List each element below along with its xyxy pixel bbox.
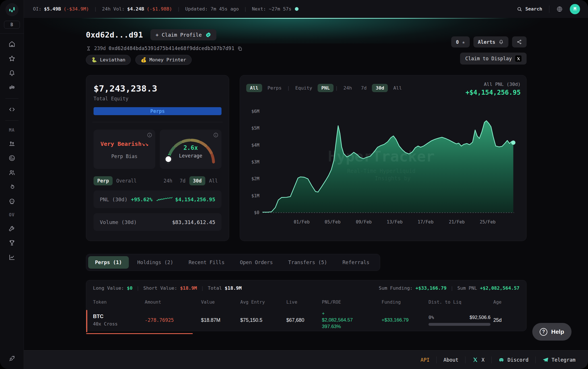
chart-tab-pnl[interactable]: PNL — [318, 84, 334, 92]
search-label: Search — [525, 6, 542, 12]
period-tab-all[interactable]: All — [205, 176, 221, 185]
sidebar-section-ma: MA — [9, 128, 15, 133]
trophy-icon — [8, 239, 16, 246]
tab-transfers-5[interactable]: Transfers (5) — [281, 256, 334, 269]
tab-open-orders[interactable]: Open Orders — [233, 256, 280, 269]
app-logo[interactable] — [5, 3, 18, 16]
sidebar-item-star[interactable] — [8, 55, 16, 62]
tab-perps-1[interactable]: Perps (1) — [88, 256, 129, 269]
svg-text:13/Feb: 13/Feb — [387, 219, 403, 225]
pnl-area-chart[interactable]: HyperTrackerReal-Time HyperliquidInsight… — [246, 98, 521, 231]
svg-text:$6M: $6M — [251, 109, 259, 114]
sidebar-item-chart-dots[interactable] — [8, 140, 16, 147]
chart-legend-value: +$4,154,256.95 — [465, 89, 521, 96]
line-chart-icon — [8, 254, 16, 261]
language-button[interactable] — [556, 6, 563, 13]
perp-bias-value: Very Bearish↘↘ — [94, 140, 155, 147]
search-button[interactable]: Search — [517, 6, 542, 12]
claim-to-display-label: Claim to Display — [465, 56, 512, 61]
sidebar-item-target[interactable] — [8, 154, 16, 162]
alerts-label: Alerts — [478, 39, 495, 45]
chart-tab-30d[interactable]: 30d — [372, 84, 388, 92]
token-symbol: BTC — [93, 314, 145, 320]
positions-table-card: Long Value: $0 | Short Value: $18.9M | T… — [86, 280, 527, 331]
sidebar-item-connection[interactable] — [8, 355, 16, 362]
sidebar-item-skull[interactable] — [8, 198, 16, 205]
pnl-label: PNL (30d) — [100, 196, 128, 202]
sidebar-item-users[interactable] — [8, 169, 16, 176]
sidebar-item-wrench[interactable] — [8, 225, 16, 232]
chart-tab-all[interactable]: All — [246, 84, 262, 92]
sidebar-item-code[interactable] — [8, 106, 16, 113]
liq-percent: 0% — [428, 315, 434, 320]
sidebar-item-trophy[interactable] — [8, 239, 16, 246]
chart-tab-equity[interactable]: Equity — [291, 84, 316, 92]
top-glow-line — [80, 18, 509, 19]
perps-allocation-bar[interactable]: Perps — [94, 107, 221, 115]
footer-link-label: Discord — [508, 357, 529, 363]
sidebar-item-bell[interactable] — [8, 69, 16, 77]
chart-tab-7d[interactable]: 7d — [357, 84, 370, 92]
oi-value: $5.49B — [44, 6, 61, 12]
profile-badge-money-printer[interactable]: 💰 Money Printer — [135, 55, 192, 65]
footer-link-telegram[interactable]: Telegram — [543, 357, 575, 363]
vol-value: $4.24B — [127, 6, 144, 12]
claim-profile-label: + Claim Profile — [156, 32, 202, 38]
star-icon — [8, 55, 16, 62]
chart-tab-all[interactable]: All — [390, 84, 405, 92]
equity-toggles: PerpOverall24h7d30dAll — [94, 176, 221, 185]
app-window: B MAOV OI: $5.49B (-$34.9M) | 24h Vol: $… — [0, 0, 588, 369]
claim-profile-button[interactable]: + Claim Profile — [150, 29, 216, 40]
info-icon[interactable] — [147, 132, 152, 138]
search-icon — [517, 6, 522, 12]
long-value-label: Long Value: — [93, 285, 124, 291]
period-tab-7d[interactable]: 7d — [176, 176, 189, 185]
footer-link-api[interactable]: API — [421, 357, 430, 363]
share-icon — [517, 39, 522, 45]
position-amount: -278.76925 — [145, 317, 201, 323]
sidebar-badge-b[interactable]: B — [4, 21, 20, 29]
target-icon — [8, 154, 16, 162]
chart-tab-24h[interactable]: 24h — [340, 84, 356, 92]
sidebar-item-home[interactable] — [8, 40, 16, 48]
sidebar-item-flame[interactable] — [8, 183, 16, 191]
scope-tab-overall[interactable]: Overall — [113, 176, 140, 185]
footer-link-x[interactable]: X — [472, 357, 485, 363]
tab-holdings-2[interactable]: Holdings (2) — [131, 256, 180, 269]
skull-icon — [8, 198, 16, 205]
sidebar-item-line-chart[interactable] — [8, 254, 16, 261]
oi-label: OI: — [33, 6, 42, 12]
footer-link-discord[interactable]: Discord — [498, 357, 529, 363]
copy-icon[interactable] — [237, 46, 243, 51]
leverage-gauge: 2.6x Leverage — [160, 130, 221, 169]
badge-emoji-icon: 💰 — [141, 57, 147, 63]
period-tab-24h[interactable]: 24h — [160, 176, 176, 185]
svg-text:05/Feb: 05/Feb — [325, 219, 341, 225]
tab-referrals[interactable]: Referrals — [336, 256, 376, 269]
chart-legend: All PNL (30d) +$4,154,256.95 — [465, 82, 521, 96]
pnl-value: $4,154,256.95 — [175, 196, 215, 202]
period-tab-30d[interactable]: 30d — [189, 176, 206, 185]
alerts-button[interactable]: Alerts — [473, 36, 508, 47]
position-dist-to-liq: 0% $92,506.6 — [428, 315, 493, 326]
footer-link-about[interactable]: About — [444, 357, 459, 363]
svg-text:$1M: $1M — [251, 193, 259, 198]
svg-text:$3M: $3M — [251, 159, 259, 165]
claim-to-display-button[interactable]: Claim to Display — [460, 53, 527, 65]
user-avatar[interactable]: M — [570, 4, 580, 14]
column-header-value: Value — [201, 299, 240, 305]
chart-tab-perps[interactable]: Perps — [264, 84, 285, 92]
position-row-btc[interactable]: BTC 40x Cross -278.76925 $18.87M $75,150… — [86, 309, 526, 334]
scope-tab-perp[interactable]: Perp — [94, 176, 113, 185]
short-value: $18.9M — [180, 285, 197, 291]
share-button[interactable] — [512, 36, 527, 47]
help-button[interactable]: ? Help — [532, 323, 572, 341]
star-count-button[interactable]: 0 ★ — [451, 36, 469, 47]
tab-recent-fills[interactable]: Recent Fills — [182, 256, 231, 269]
sidebar-item-candles[interactable] — [8, 84, 16, 91]
svg-text:$4M: $4M — [251, 143, 259, 148]
oi-change: (-$34.9M) — [63, 6, 89, 12]
sidebar-divider — [5, 120, 18, 121]
profile-badge-leviathan[interactable]: 🐍 Leviathan — [86, 55, 131, 65]
column-header-funding: Funding — [382, 299, 428, 305]
